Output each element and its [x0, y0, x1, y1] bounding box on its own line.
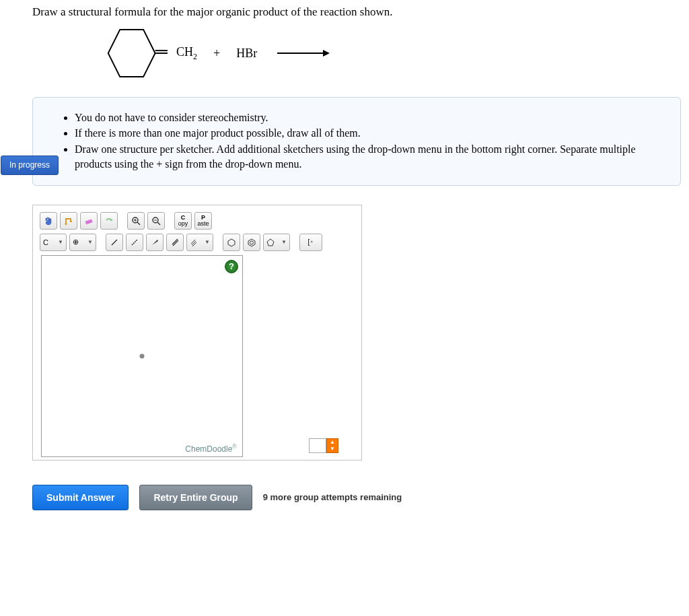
toolbar-row-1: Copy Paste [40, 212, 355, 230]
reagent-ch2: CH2 [176, 45, 197, 62]
eraser-icon [84, 216, 94, 226]
chevron-down-icon[interactable]: ▼ [327, 446, 338, 452]
bond-picker-button[interactable]: ▼ [186, 234, 213, 251]
help-button[interactable]: ? [225, 260, 238, 273]
hexagon-icon [227, 238, 236, 247]
svg-line-22 [192, 242, 196, 246]
copy-label: Copy [178, 215, 188, 227]
canvas-center-dot [140, 353, 145, 358]
svg-line-15 [112, 240, 117, 245]
erase-button[interactable] [80, 212, 98, 230]
bracket-button[interactable]: [⁺ [299, 234, 322, 251]
charge-icon: ⊕ [73, 238, 79, 246]
svg-rect-6 [85, 219, 93, 224]
retry-group-button[interactable]: Retry Entire Group [139, 485, 252, 510]
double-bond-button[interactable] [166, 234, 184, 251]
chevron-down-icon: ▼ [205, 239, 210, 245]
dash-bond-button[interactable] [126, 234, 143, 251]
svg-marker-7 [110, 219, 113, 221]
svg-line-20 [191, 240, 195, 244]
chevron-down-icon: ▼ [87, 239, 93, 245]
zoom-in-button[interactable] [127, 212, 145, 230]
svg-marker-4 [323, 50, 330, 57]
attempts-remaining: 9 more group attempts remaining [263, 492, 402, 502]
bond-dash-icon [130, 238, 139, 247]
toolbar-row-2: C ▼ ⊕ ▼ ▼ [40, 234, 355, 251]
reaction-arrow-icon [276, 46, 330, 60]
bracket-label: [⁺ [308, 238, 314, 246]
instruction-item: Draw one structure per sketcher. Add add… [75, 142, 664, 172]
hand-icon [44, 216, 53, 226]
paste-button[interactable]: Paste [194, 212, 212, 230]
stepper-value-box [309, 438, 326, 453]
status-badge: In progress [1, 156, 59, 175]
single-bond-button[interactable] [106, 234, 123, 251]
bond-wedge-icon [150, 238, 159, 247]
cyclohexane-icon [103, 26, 168, 81]
reagent-hbr: HBr [236, 46, 257, 61]
wedge-bond-button[interactable] [146, 234, 164, 251]
svg-line-13 [157, 222, 160, 225]
bond-single-icon [110, 238, 119, 247]
redo-button[interactable] [100, 212, 118, 230]
benzene-icon [247, 238, 256, 247]
instruction-item: You do not have to consider stereochemis… [75, 110, 664, 125]
sketcher-count-stepper[interactable]: ▲ ▼ [309, 438, 355, 453]
reaction-diagram: CH2 + HBr [103, 26, 681, 81]
bond-triple-icon [190, 238, 198, 247]
svg-line-9 [137, 222, 140, 225]
chevron-down-icon: ▼ [58, 239, 63, 245]
svg-marker-17 [152, 240, 158, 245]
svg-line-21 [192, 241, 196, 245]
hand-tool-button[interactable] [40, 212, 57, 230]
paste-label: Paste [197, 215, 209, 227]
sketcher-canvas[interactable]: ? ChemDoodle® [41, 255, 243, 457]
svg-marker-23 [228, 239, 235, 246]
copy-button[interactable]: Copy [174, 212, 192, 230]
plus-sign: + [213, 46, 220, 61]
svg-marker-26 [267, 239, 274, 246]
instruction-item: If there is more than one major product … [75, 126, 664, 141]
pentagon-icon [266, 238, 275, 247]
instructions-panel: In progress You do not have to consider … [32, 97, 681, 186]
ring-picker-button[interactable]: ▼ [263, 234, 290, 251]
element-c-label: C [43, 238, 48, 246]
charge-picker-button[interactable]: ⊕ ▼ [69, 234, 96, 251]
question-title: Draw a structural formula for the major … [32, 5, 681, 19]
chemdoodle-brand: ChemDoodle® [185, 443, 237, 454]
action-row: Submit Answer Retry Entire Group 9 more … [32, 485, 681, 510]
svg-marker-24 [248, 239, 255, 246]
redo-icon [104, 216, 114, 226]
chevron-down-icon: ▼ [281, 239, 287, 245]
undo-button[interactable] [60, 212, 77, 230]
zoom-in-icon [131, 216, 141, 226]
submit-answer-button[interactable]: Submit Answer [32, 485, 129, 510]
ch-text: CH [176, 45, 193, 59]
ch-sub: 2 [193, 51, 197, 61]
undo-icon [64, 216, 73, 226]
svg-line-16 [132, 240, 137, 245]
chevron-up-icon[interactable]: ▲ [327, 439, 338, 446]
cyclohexane-button[interactable] [223, 234, 240, 251]
zoom-out-icon [151, 216, 161, 226]
svg-marker-5 [65, 224, 67, 226]
element-picker-button[interactable]: C ▼ [40, 234, 67, 251]
zoom-out-button[interactable] [147, 212, 165, 230]
svg-marker-0 [108, 30, 155, 77]
benzene-button[interactable] [243, 234, 260, 251]
bond-double-icon [170, 238, 180, 247]
sketcher-panel: Copy Paste C ▼ ⊕ ▼ [32, 205, 362, 460]
svg-point-25 [250, 241, 254, 244]
